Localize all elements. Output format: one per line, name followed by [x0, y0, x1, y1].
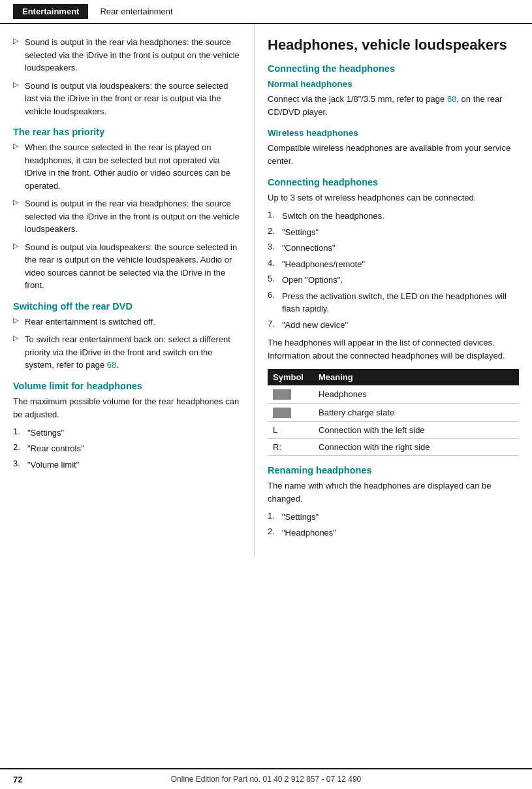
- numbered-item: 3. "Volume limit": [13, 459, 241, 472]
- volume-limit-heading: Volume limit for headphones: [13, 381, 241, 391]
- step-number: 3.: [13, 459, 27, 472]
- step-text: "Connections": [282, 242, 336, 255]
- table-cell-symbol: L: [268, 421, 313, 438]
- step-number: 5.: [268, 274, 282, 287]
- numbered-item: 1. "Settings": [268, 511, 519, 524]
- step-text: "Add new device": [282, 319, 348, 332]
- bullet-text: Sound is output via loudspeakers: the so…: [25, 80, 241, 118]
- bullet-arrow-icon: ▷: [13, 242, 22, 250]
- page-footer: 72 Online Edition for Part no. 01 40 2 9…: [0, 768, 532, 789]
- tab-entertainment[interactable]: Entertainment: [13, 4, 88, 19]
- connecting-headphones-heading: Connecting headphones: [268, 177, 519, 187]
- table-row: Headphones: [268, 385, 519, 403]
- bullet-arrow-icon: ▷: [13, 316, 22, 325]
- page-header: Entertainment Rear entertainment: [0, 0, 532, 24]
- bullet-arrow-icon: ▷: [13, 334, 22, 342]
- main-content: ▷ Sound is output in the rear via headph…: [0, 24, 532, 556]
- bullet-arrow-icon: ▷: [13, 142, 22, 150]
- numbered-item: 4. "Headphones/remote": [268, 258, 519, 271]
- bullet-text: Sound is output via loudspeakers: the so…: [25, 241, 241, 292]
- numbered-item: 1. Switch on the headphones.: [268, 210, 519, 223]
- step-text: "Headphones": [282, 526, 336, 539]
- connecting-heading: Connecting the headphones: [268, 63, 519, 74]
- bullet-text: Rear entertainment is switched off.: [25, 315, 155, 329]
- numbered-item: 2. "Headphones": [268, 526, 519, 539]
- list-item: ▷ Sound is output via loudspeakers: the …: [13, 80, 241, 118]
- page-link[interactable]: 68: [447, 94, 456, 104]
- table-cell-symbol: [268, 385, 313, 403]
- step-number: 6.: [268, 290, 282, 315]
- numbered-item: 6. Press the activation switch, the LED …: [268, 290, 519, 315]
- list-item: ▷ Sound is output in the rear via headph…: [13, 197, 241, 236]
- step-text: "Settings": [282, 226, 319, 239]
- bullet-text: When the source selected in the rear is …: [25, 141, 241, 192]
- step-number: 7.: [268, 319, 282, 332]
- step-number: 1.: [268, 511, 282, 524]
- normal-headphones-text: Connect via the jack 1/8"/3.5 mm, refer …: [268, 93, 519, 119]
- rear-priority-heading: The rear has priority: [13, 127, 241, 137]
- table-cell-meaning: Connection with the right side: [313, 438, 519, 455]
- bullet-text: Sound is output in the rear via headphon…: [25, 197, 241, 236]
- battery-icon: [273, 408, 291, 418]
- step-text: Switch on the headphones.: [282, 210, 384, 223]
- headphones-icon: [273, 389, 291, 400]
- step-number: 3.: [268, 242, 282, 255]
- numbered-item: 1. "Settings": [13, 427, 241, 440]
- table-row: R: Connection with the right side: [268, 438, 519, 455]
- numbered-item: 7. "Add new device": [268, 319, 519, 332]
- step-number: 2.: [268, 226, 282, 239]
- wireless-headphones-heading: Wireless headphones: [268, 128, 519, 138]
- renaming-text: The name with which the headphones are d…: [268, 479, 519, 506]
- step-number: 2.: [13, 442, 27, 455]
- page-link[interactable]: 68: [107, 360, 116, 370]
- bullet-arrow-icon: ▷: [13, 37, 22, 45]
- normal-headphones-heading: Normal headphones: [268, 79, 519, 89]
- switching-off-heading: Switching off the rear DVD: [13, 301, 241, 312]
- step-text: "Headphones/remote": [282, 258, 365, 271]
- step-text: Press the activation switch, the LED on …: [282, 290, 519, 315]
- table-header-symbol: Symbol: [268, 369, 313, 385]
- numbered-item: 3. "Connections": [268, 242, 519, 255]
- list-item: ▷ To switch rear entertainment back on: …: [13, 333, 241, 372]
- bullet-text: Sound is output in the rear via headphon…: [25, 36, 241, 74]
- numbered-item: 5. Open "Options".: [268, 274, 519, 287]
- bullet-arrow-icon: ▷: [13, 80, 22, 89]
- bullet-arrow-icon: ▷: [13, 198, 22, 206]
- renaming-heading: Renaming headphones: [268, 465, 519, 475]
- numbered-item: 2. "Rear controls": [13, 442, 241, 455]
- list-item: ▷ Sound is output via loudspeakers: the …: [13, 241, 241, 292]
- table-header-meaning: Meaning: [313, 369, 519, 385]
- page-number: 72: [13, 775, 22, 784]
- volume-limit-intro: The maximum possible volume for the rear…: [13, 395, 241, 421]
- left-symbol: L: [273, 425, 277, 435]
- table-cell-meaning: Connection with the left side: [313, 421, 519, 438]
- bullet-text: To switch rear entertainment back on: se…: [25, 333, 241, 372]
- main-heading: Headphones, vehicle loudspeakers: [268, 36, 519, 54]
- step-text: "Volume limit": [27, 459, 79, 472]
- symbol-table: Symbol Meaning Headphones Battery charge…: [268, 369, 519, 455]
- table-cell-meaning: Battery charge state: [313, 404, 519, 422]
- left-column: ▷ Sound is output in the rear via headph…: [0, 24, 255, 556]
- step-text: "Settings": [282, 511, 319, 524]
- list-item: ▷ When the source selected in the rear i…: [13, 141, 241, 192]
- step-text: "Settings": [27, 427, 64, 440]
- list-item: ▷ Sound is output in the rear via headph…: [13, 36, 241, 74]
- numbered-item: 2. "Settings": [268, 226, 519, 239]
- connecting-headphones-intro: Up to 3 sets of wireless headphones can …: [268, 191, 519, 204]
- step-number: 2.: [268, 526, 282, 539]
- step-text: "Rear controls": [27, 442, 84, 455]
- step-text: Open "Options".: [282, 274, 343, 287]
- tab-rear-entertainment[interactable]: Rear entertainment: [91, 4, 181, 19]
- step-number: 1.: [268, 210, 282, 223]
- table-cell-symbol: R:: [268, 438, 313, 455]
- table-cell-meaning: Headphones: [313, 385, 519, 403]
- step-number: 4.: [268, 258, 282, 271]
- wireless-headphones-text: Compatible wireless headphones are avail…: [268, 142, 519, 168]
- table-cell-symbol: [268, 404, 313, 422]
- footer-text: Online Edition for Part no. 01 40 2 912 …: [171, 775, 362, 784]
- right-column: Headphones, vehicle loudspeakers Connect…: [255, 24, 532, 556]
- table-row: L Connection with the left side: [268, 421, 519, 438]
- connecting-headphones-outro: The headphones will appear in the list o…: [268, 336, 519, 362]
- step-number: 1.: [13, 427, 27, 440]
- list-item: ▷ Rear entertainment is switched off.: [13, 315, 241, 329]
